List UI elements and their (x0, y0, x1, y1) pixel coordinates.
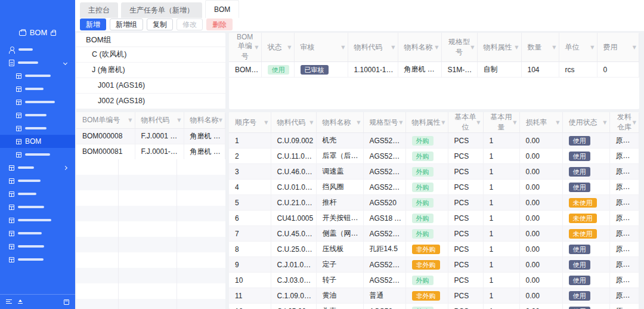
upper-row: BOM组 C (吹风机) J (角磨机) J001 (AGS16) (76, 33, 639, 109)
column-header[interactable]: 发料仓库 ▼ (609, 112, 639, 133)
column-header[interactable]: 基本用量 ▼ (483, 112, 519, 133)
column-header[interactable]: 损耗率 ▼ (519, 112, 562, 133)
menu-icon (9, 205, 14, 210)
sidebar-item[interactable] (0, 109, 75, 122)
column-header[interactable]: 物料名称 ▼ (184, 112, 225, 128)
sidebar-item[interactable] (0, 174, 75, 187)
column-header[interactable]: 物料代码 ▼ (348, 33, 398, 62)
table-row[interactable]: 11 C.1.09.0001 黄油 普通 非外购 PCS 1 0.00 使用 原… (229, 288, 639, 304)
filter-caret-icon[interactable]: ▼ (177, 118, 181, 123)
sidebar-title: BOM (30, 28, 48, 37)
sidebar-menu: BOM (0, 43, 75, 294)
column-header[interactable]: 费用 ▼ (597, 33, 639, 62)
toolbar-button[interactable]: 删除 (206, 18, 233, 30)
bom-group-item[interactable]: C (吹风机) (76, 47, 225, 63)
column-header[interactable]: 规格型号 ▼ (441, 33, 477, 62)
sidebar-item[interactable] (0, 214, 75, 227)
bom-group-item[interactable]: J (角磨机) (76, 63, 225, 78)
filter-caret-icon[interactable]: ▼ (128, 118, 132, 123)
toolbar-button[interactable]: 新增 (80, 18, 106, 30)
toolbar-button[interactable]: 新增组 (110, 18, 143, 30)
filter-caret-icon[interactable]: ▼ (513, 120, 516, 125)
bom-group-item[interactable]: J002 (AGS18) (76, 94, 225, 109)
filter-caret-icon[interactable]: ▼ (441, 120, 445, 125)
table-row[interactable]: 12 C.L05.0035 头壳 AGS520 521 外购 PCS 1 0.0… (229, 304, 639, 309)
table-row[interactable]: BOM000008 F.J.0001 1707-095 宁... 角磨机 AGS… (76, 128, 225, 144)
filter-caret-icon[interactable]: ▼ (435, 45, 438, 50)
sidebar-item[interactable] (0, 148, 75, 161)
filter-caret-icon[interactable]: ▼ (357, 120, 360, 125)
table-row[interactable]: 4 C.U.01.0023 挡风圈 AGS520 521 外购 PCS 1 0.… (229, 180, 639, 195)
table-row[interactable]: 2 C.U.11.0023 后罩（后手柄） AGS520 521 外购 PCS … (229, 149, 639, 164)
page-tab[interactable]: 生产任务单（新增） (121, 2, 202, 18)
column-header[interactable]: 物料代码 ▼ (271, 112, 316, 133)
filter-caret-icon[interactable]: ▼ (633, 120, 636, 125)
table-row[interactable]: 3 C.U.46.0001 调速盖 AGS520 521 外购 PCS 1 0.… (229, 164, 639, 180)
toolbar: 新增 新增组 复制 修改 删除 (75, 18, 644, 31)
filter-caret-icon[interactable]: ▼ (470, 45, 474, 50)
sidebar-item[interactable] (0, 187, 75, 200)
table-row[interactable]: 8 C.U.25.0002 压线板 孔距14.5 非外购 PCS 1 0.00 … (229, 242, 639, 257)
fullscreen-icon[interactable] (64, 299, 69, 305)
table-row[interactable]: BOM000081 F.J.0001-1706-077-1 角磨机 AGS20 (76, 144, 225, 159)
filter-caret-icon[interactable]: ▼ (264, 120, 268, 125)
filter-caret-icon[interactable]: ▼ (309, 120, 313, 125)
table-row[interactable]: 7 C.U.45.0013 侧盖（网盖） AGS520 521 外购 PCS 1… (229, 226, 639, 242)
sidebar-item[interactable] (0, 253, 75, 266)
table-row[interactable]: 5 C.U.21.0005 推杆 AGS520 外购 PCS 1 0.00 未使… (229, 195, 639, 211)
column-header[interactable]: 物料名称 ▼ (316, 112, 363, 133)
column-header[interactable]: 物料属性 ▼ (477, 33, 521, 62)
sidebar-item[interactable]: BOM (0, 135, 75, 148)
column-header[interactable]: 单位 ▼ (559, 33, 597, 62)
filter-caret-icon[interactable]: ▼ (287, 45, 291, 50)
column-header[interactable]: BOM单编号 ▼ (229, 33, 261, 62)
filter-caret-icon[interactable]: ▼ (391, 45, 395, 50)
filter-caret-icon[interactable]: ▼ (476, 120, 480, 125)
table-row[interactable]: 1 C.U.09.002 机壳 AGS520/DPS 外购 PCS 1 0.00… (229, 133, 639, 149)
column-header[interactable]: 状态 ▼ (261, 33, 294, 62)
column-header[interactable]: 数量 ▼ (521, 33, 559, 62)
bom-group-item[interactable]: J001 (AGS16) (76, 78, 225, 94)
filter-caret-icon[interactable]: ▼ (255, 45, 258, 50)
bom-detail-table-body: 1 C.U.09.002 机壳 AGS520/DPS 外购 PCS 1 0.00… (229, 133, 639, 309)
button-label: 新增 (86, 20, 100, 30)
sidebar-item[interactable] (0, 200, 75, 214)
column-header[interactable]: 审核 ▼ (294, 33, 348, 62)
page-tab[interactable]: BOM (205, 0, 239, 18)
column-header[interactable]: 规格型号 ▼ (363, 112, 405, 133)
sidebar-item[interactable] (0, 161, 75, 174)
filter-caret-icon[interactable]: ▼ (552, 45, 556, 50)
column-header[interactable]: BOM单编号 ▼ (76, 112, 135, 128)
table-row[interactable]: BOM000081 使用 已审核 1.10001-1706-077-1 角磨机 … (229, 62, 639, 78)
toolbar-button[interactable]: 复制 (147, 18, 173, 30)
column-header[interactable]: 物料代码 ▼ (135, 112, 184, 128)
sidebar-item[interactable] (0, 69, 75, 82)
sidebar-item[interactable] (0, 95, 75, 109)
sidebar-item[interactable] (0, 227, 75, 240)
column-header[interactable]: 使用状态 ▼ (562, 112, 609, 133)
filter-caret-icon[interactable]: ▼ (515, 45, 518, 50)
sidebar-item[interactable] (0, 122, 75, 135)
table-row[interactable]: 9 C.J.01.0001 定子 AGS520-120V 非外购 PCS 1 0… (229, 257, 639, 273)
column-header[interactable]: 基本单位 ▼ (448, 112, 483, 133)
page-tab[interactable]: 主控台 (80, 2, 118, 18)
filter-caret-icon[interactable]: ▼ (633, 45, 636, 50)
sidebar-item[interactable] (0, 43, 75, 56)
column-header[interactable]: 顺序号 ▼ (229, 112, 271, 133)
column-header[interactable]: 物料名称 ▼ (398, 33, 441, 62)
filter-caret-icon[interactable]: ▼ (603, 120, 606, 125)
sidebar-item[interactable] (0, 240, 75, 253)
sidebar-item[interactable] (0, 56, 75, 69)
filter-caret-icon[interactable]: ▼ (219, 118, 222, 123)
filter-caret-icon[interactable]: ▼ (399, 120, 402, 125)
collapse-menu-icon[interactable] (6, 299, 12, 304)
table-row[interactable]: 10 C.J.03.0003 转子 AGS520-120V 外购 PCS 1 0… (229, 273, 639, 288)
toolbar-button[interactable]: 修改 (177, 18, 203, 30)
eject-icon[interactable] (18, 299, 23, 304)
filter-caret-icon[interactable]: ▼ (341, 45, 345, 50)
table-row[interactable]: 6 CU41.0005 开关按钮（推杆） AGS18 AGS5 外购 PCS 1… (229, 211, 639, 226)
filter-caret-icon[interactable]: ▼ (556, 120, 559, 125)
sidebar-item[interactable] (0, 82, 75, 95)
column-header[interactable]: 物料属性 ▼ (405, 112, 448, 133)
filter-caret-icon[interactable]: ▼ (590, 45, 594, 50)
